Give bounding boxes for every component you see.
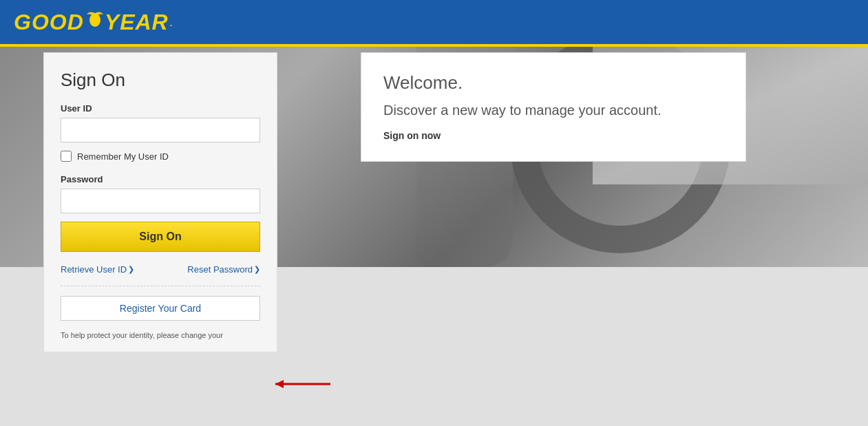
remember-label: Remember My User ID — [77, 151, 169, 162]
welcome-panel: Welcome. Discover a new way to manage yo… — [361, 52, 746, 162]
retrieve-chevron-icon: ❯ — [128, 265, 134, 274]
header: GOOD YEAR . — [0, 0, 868, 47]
svg-marker-2 — [275, 380, 284, 388]
links-row: Retrieve User ID ❯ Reset Password ❯ — [61, 264, 260, 275]
sign-on-now-link[interactable]: Sign on now — [383, 130, 441, 141]
reset-password-link[interactable]: Reset Password ❯ — [187, 264, 260, 275]
sign-on-button[interactable]: Sign On — [61, 222, 260, 252]
arrow-annotation — [268, 374, 337, 394]
welcome-description: Discover a new way to manage your accoun… — [383, 100, 723, 120]
logo-year-text: YEAR — [105, 10, 169, 35]
bottom-note: To help protect your identity, please ch… — [61, 330, 260, 341]
reset-password-text: Reset Password — [187, 264, 253, 275]
userid-label: User ID — [61, 103, 260, 114]
password-input[interactable] — [61, 189, 260, 213]
userid-input[interactable] — [61, 118, 260, 142]
main-area: Sign On User ID Remember My User ID Pass… — [0, 47, 868, 426]
password-label: Password — [61, 174, 260, 184]
arrow-svg — [268, 374, 337, 394]
retrieve-userid-link[interactable]: Retrieve User ID ❯ — [61, 264, 134, 275]
goodyear-logo: GOOD YEAR . — [14, 9, 173, 36]
register-card-button[interactable]: Register Your Card — [61, 296, 260, 321]
divider — [61, 286, 260, 286]
logo-text: GOOD — [14, 10, 84, 35]
welcome-title: Welcome. — [383, 72, 723, 94]
reset-chevron-icon: ❯ — [254, 265, 260, 274]
logo-wingfoot-icon — [85, 9, 105, 36]
remember-checkbox[interactable] — [61, 151, 72, 162]
panel-title: Sign On — [61, 70, 260, 91]
remember-row: Remember My User ID — [61, 151, 260, 162]
retrieve-userid-text: Retrieve User ID — [61, 264, 127, 275]
signin-panel: Sign On User ID Remember My User ID Pass… — [43, 52, 277, 352]
logo-dot: . — [170, 15, 173, 30]
